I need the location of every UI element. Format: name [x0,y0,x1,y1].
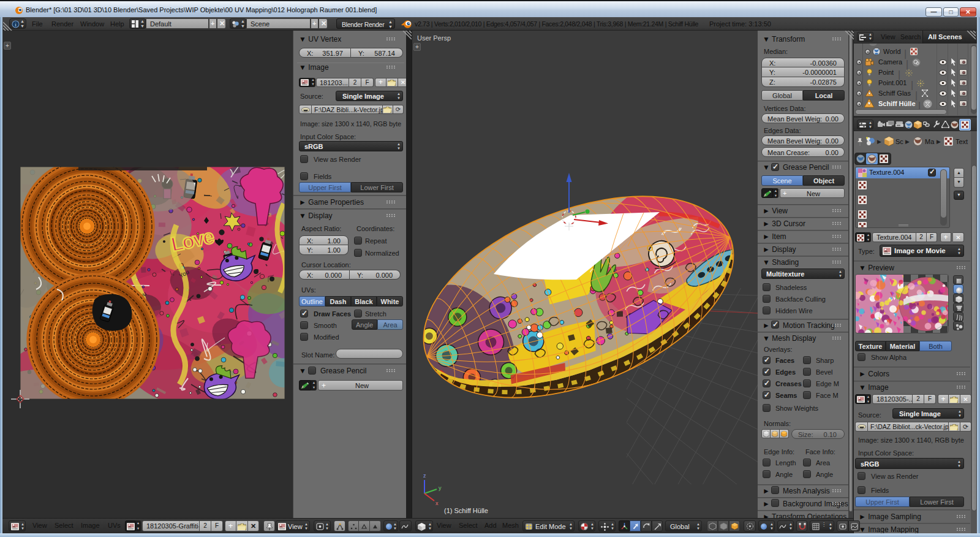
svg-text:z: z [423,473,426,479]
svg-text:y: y [439,485,442,491]
svg-text:x: x [435,500,439,506]
